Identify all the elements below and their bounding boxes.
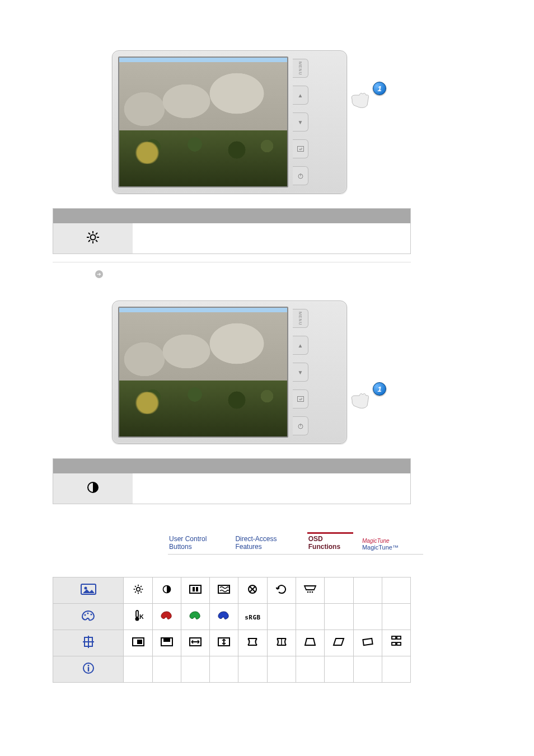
geometry-category-icon: [82, 636, 95, 648]
osd-h-position[interactable]: [124, 630, 152, 656]
fine-icon: [247, 584, 257, 594]
category-color[interactable]: [53, 604, 124, 630]
coarse-icon: [218, 585, 230, 594]
osd-signal-source[interactable]: [296, 577, 324, 604]
contrast-desc-text: [133, 473, 411, 504]
svg-line-8: [88, 233, 90, 234]
osd-trapezoid[interactable]: [296, 630, 324, 656]
color-temp-icon: K: [133, 610, 143, 621]
palette-green-icon: [189, 611, 202, 620]
contrast-icon: [87, 481, 99, 494]
osd-v-size[interactable]: [210, 630, 238, 656]
osd-row-info: [53, 656, 411, 683]
osd-rotation[interactable]: [353, 630, 382, 656]
osd-zoom[interactable]: [382, 630, 410, 656]
category-information[interactable]: [53, 656, 124, 683]
svg-line-24: [140, 591, 142, 593]
osd-pinbalance[interactable]: [267, 630, 296, 656]
contrast-icon: [162, 584, 172, 594]
tab-magictune[interactable]: MagicTune MagicTune™: [361, 535, 423, 553]
monitor-screen: [118, 307, 288, 438]
up-button[interactable]: ▲: [293, 336, 308, 355]
osd-blue[interactable]: [210, 604, 238, 630]
osd-pincushion[interactable]: [238, 630, 268, 656]
contrast-icon-cell: [53, 473, 133, 504]
contrast-bullet: ➔: [95, 270, 534, 278]
svg-rect-60: [397, 642, 401, 645]
power-button[interactable]: [293, 416, 308, 435]
power-button[interactable]: [293, 166, 308, 185]
brightness-desc-table: [53, 208, 411, 254]
up-button[interactable]: ▲: [293, 86, 308, 105]
svg-line-11: [96, 233, 97, 234]
section-divider: [53, 262, 411, 262]
svg-rect-59: [392, 642, 396, 645]
down-button[interactable]: ▼: [293, 363, 308, 382]
osd-red[interactable]: [152, 604, 181, 630]
osd-coarse[interactable]: [210, 577, 238, 604]
svg-rect-0: [297, 147, 303, 152]
down-button[interactable]: ▼: [293, 112, 308, 132]
osd-green[interactable]: [181, 604, 209, 630]
category-picture[interactable]: [53, 577, 124, 604]
svg-line-10: [88, 240, 90, 242]
svg-point-37: [312, 591, 313, 593]
tab-user-control[interactable]: User Control Buttons: [168, 533, 226, 553]
brightness-icon: [86, 231, 100, 244]
svg-point-17: [84, 587, 87, 590]
osd-v-position[interactable]: [152, 630, 181, 656]
signal-source-icon: [303, 585, 317, 594]
osd-color-temp[interactable]: K: [124, 604, 152, 630]
info-category-icon: [82, 662, 95, 674]
section-tabs: User Control Buttons Direct-Access Featu…: [168, 532, 423, 555]
svg-rect-56: [363, 638, 372, 645]
svg-rect-12: [297, 397, 303, 402]
srgb-label: sRGB: [245, 614, 261, 621]
osd-sharpness[interactable]: [181, 577, 209, 604]
svg-rect-28: [190, 585, 201, 593]
arrow-bullet-icon: ➔: [95, 270, 103, 278]
menu-button[interactable]: MENU: [293, 59, 308, 78]
v-size-icon: [218, 637, 230, 646]
pointing-hand-icon: [349, 389, 372, 411]
picture-category-icon: [81, 584, 96, 595]
menu-button[interactable]: MENU: [293, 309, 308, 328]
monitor-screen: [118, 57, 288, 187]
svg-point-42: [135, 617, 139, 621]
palette-blue-icon: [218, 611, 230, 620]
palette-category-icon: [81, 610, 96, 621]
parallelogram-icon: [332, 637, 345, 646]
side-button-column: MENU ▲ ▼: [293, 57, 308, 187]
osd-row-picture: [53, 577, 411, 604]
osd-fine[interactable]: [238, 577, 268, 604]
magictune-logo-icon: MagicTune: [362, 538, 390, 544]
osd-srgb[interactable]: sRGB: [238, 604, 268, 630]
svg-rect-57: [392, 636, 396, 639]
osd-brightness[interactable]: [124, 577, 152, 604]
svg-rect-58: [397, 636, 401, 639]
palette-red-icon: [161, 611, 173, 620]
tab-direct-access[interactable]: Direct-Access Features: [234, 533, 299, 553]
osd-h-size[interactable]: [181, 630, 209, 656]
callout-badge-1: 1: [373, 82, 386, 95]
monitor-bezel: MENU ▲ ▼: [112, 300, 347, 444]
enter-button[interactable]: [293, 389, 308, 408]
tab-osd-functions[interactable]: OSD Functions: [307, 532, 353, 553]
svg-rect-50: [163, 638, 170, 642]
enter-button[interactable]: [293, 139, 308, 158]
osd-function-grid: K sRGB: [53, 577, 411, 683]
v-position-icon: [161, 637, 173, 646]
callout-badge-1: 1: [373, 382, 386, 396]
category-geometry[interactable]: [53, 630, 124, 656]
hand-callout-down: 1: [353, 384, 386, 412]
auto-adjust-icon: [276, 584, 287, 594]
svg-point-62: [87, 665, 89, 666]
monitor-bezel: MENU ▲ ▼: [112, 50, 347, 194]
svg-point-3: [91, 235, 96, 240]
osd-contrast[interactable]: [152, 577, 181, 604]
pointing-hand-icon: [349, 88, 372, 111]
hand-callout-up: 1: [353, 84, 386, 112]
osd-row-geometry: [53, 630, 411, 656]
osd-auto-adjust[interactable]: [267, 577, 296, 604]
osd-parallelogram[interactable]: [325, 630, 353, 656]
